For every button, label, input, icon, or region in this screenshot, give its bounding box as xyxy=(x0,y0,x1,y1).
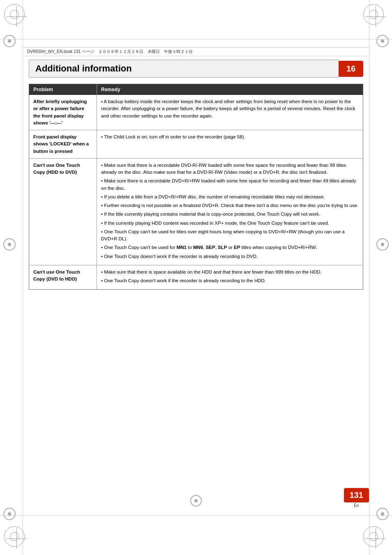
table-row: Front panel display shows 'LOCKED' when … xyxy=(29,130,363,159)
table-row: Can't use One Touch Copy (HDD to DVD)• M… xyxy=(29,158,363,265)
remedy-bullet: • Make sure there is a recordable DVD+R/… xyxy=(101,177,359,192)
hline-top xyxy=(0,39,392,39)
remedy-bullet: • One Touch Copy can't be used for MN1 t… xyxy=(101,244,359,251)
title-box: Additional information xyxy=(29,60,339,78)
page-number: 131 xyxy=(344,488,369,502)
problem-cell: Can't use One Touch Copy (HDD to DVD) xyxy=(29,158,97,265)
vline-left xyxy=(23,0,23,555)
corner-decoration-br xyxy=(363,526,388,551)
title-section: Additional information 16 xyxy=(29,60,363,78)
remedy-cell: • Make sure that there is space availabl… xyxy=(97,265,363,290)
bottom-center-ring xyxy=(190,495,202,507)
remedy-cell: • A backup battery inside the recorder k… xyxy=(97,95,363,130)
remedy-bullet: • If you delete a title from a DVD+R/+RW… xyxy=(101,193,359,200)
remedy-bullet: • Further recording is not possible on a… xyxy=(101,202,359,209)
corner-decoration-bl xyxy=(4,526,29,551)
remedy-bullet: • A backup battery inside the recorder k… xyxy=(101,98,359,120)
remedy-bullet: • If the title currently playing contain… xyxy=(101,211,359,218)
table-header-row: Problem Remedy xyxy=(29,84,363,95)
remedy-bullet: • The Child Lock is on; turn off in orde… xyxy=(101,134,359,140)
page-lang: En xyxy=(354,503,359,508)
remedy-cell: • The Child Lock is on; turn off in orde… xyxy=(97,130,363,159)
side-ring-right-bot xyxy=(376,508,389,520)
col-header-remedy: Remedy xyxy=(97,84,363,95)
side-ring-left-mid xyxy=(3,238,16,251)
page-number-section: 131 En xyxy=(344,488,369,508)
header-bar: DVR550H_WV_EN.book 131 ページ ２００６年１２月２８日 木… xyxy=(23,47,369,56)
side-ring-left-top xyxy=(3,35,16,47)
problem-cell: After briefly unplugging or after a powe… xyxy=(29,95,97,130)
remedy-bullet: • Make sure that there is space availabl… xyxy=(101,269,359,276)
corner-decoration-tr xyxy=(363,4,388,29)
side-ring-right-mid xyxy=(376,238,389,251)
chapter-badge: 16 xyxy=(339,61,363,77)
remedy-bullet: • One Touch Copy doesn't work if the rec… xyxy=(101,253,359,260)
page-title: Additional information xyxy=(35,63,132,74)
remedy-cell: • Make sure that there is a recordable D… xyxy=(97,158,363,265)
table-row: Can't use One Touch Copy (DVD to HDD)• M… xyxy=(29,265,363,290)
remedy-bullet: • If the currently playing HDD content w… xyxy=(101,220,359,227)
main-content: Additional information 16 Problem Remedy… xyxy=(29,60,363,290)
header-text: DVR550H_WV_EN.book 131 ページ ２００６年１２月２８日 木… xyxy=(27,49,193,55)
col-header-problem: Problem xyxy=(29,84,97,95)
hline-bot xyxy=(0,516,392,516)
table-row: After briefly unplugging or after a powe… xyxy=(29,95,363,130)
side-ring-right-top xyxy=(376,35,389,47)
remedy-bullet: • Make sure that there is a recordable D… xyxy=(101,162,359,176)
content-table: Problem Remedy After briefly unplugging … xyxy=(29,84,363,290)
vline-right xyxy=(369,0,369,555)
problem-cell: Can't use One Touch Copy (DVD to HDD) xyxy=(29,265,97,290)
remedy-bullet: • One Touch Copy can't be used for title… xyxy=(101,228,359,243)
problem-cell: Front panel display shows 'LOCKED' when … xyxy=(29,130,97,159)
remedy-bullet: • One Touch Copy doesn't work if the rec… xyxy=(101,277,359,284)
corner-decoration-tl xyxy=(4,4,29,29)
side-ring-left-bot xyxy=(3,508,16,520)
